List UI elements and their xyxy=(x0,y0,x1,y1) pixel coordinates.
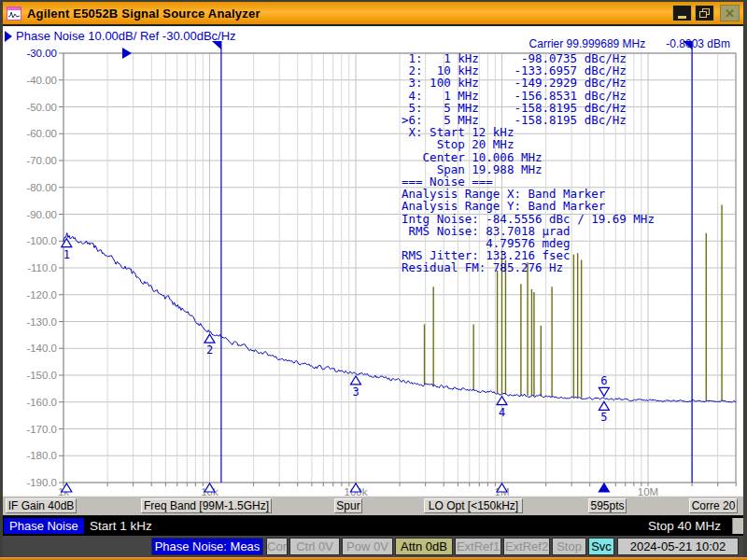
marker-readout: 1: 1 kHz -98.0735 dBc/Hz 2: 10 kHz -133.… xyxy=(402,52,655,274)
instrument-status-bar: Phase Noise: Meas Cor Ctrl 0V Pow 0V Att… xyxy=(0,536,747,557)
svg-text:-170.0: -170.0 xyxy=(26,424,57,435)
svg-text:-160.0: -160.0 xyxy=(26,397,57,408)
freq-band-field[interactable]: Freq Band [99M-1.5GHz] xyxy=(141,498,272,513)
service-indicator[interactable]: Svc xyxy=(588,538,614,555)
svg-text:-110.0: -110.0 xyxy=(27,262,57,273)
if-gain-field[interactable]: IF Gain 40dB xyxy=(6,498,77,513)
dc-power-indicator: Pow 0V xyxy=(342,538,393,555)
attenuator-indicator[interactable]: Attn 0dB xyxy=(395,538,453,555)
svg-text:-180.0: -180.0 xyxy=(26,450,57,461)
svg-text:4: 4 xyxy=(499,406,505,419)
carrier-frequency: Carrier 99.999689 MHz xyxy=(529,37,646,50)
title-bar[interactable]: Agilent E5052B Signal Source Analyzer ✕ xyxy=(0,2,747,26)
minimize-icon xyxy=(678,16,686,19)
svg-text:6: 6 xyxy=(600,374,607,387)
svg-text:1: 1 xyxy=(63,248,70,261)
svg-text:2: 2 xyxy=(206,343,213,357)
svg-text:3: 3 xyxy=(352,385,359,399)
correction-indicator: Cor xyxy=(266,538,288,555)
correlation-field[interactable]: Corre 20 xyxy=(689,498,738,513)
window-border-left xyxy=(0,0,3,560)
svg-text:-50.00: -50.00 xyxy=(26,102,57,113)
svg-text:-80.00: -80.00 xyxy=(26,182,57,193)
carrier-readout: Carrier 99.999689 MHz-0.8003 dBm xyxy=(529,37,730,50)
measurement-status-bar: IF Gain 40dB Freq Band [99M-1.5GHz] Spur… xyxy=(0,496,747,517)
window-border-right xyxy=(743,0,747,560)
ext-ref2-indicator: ExtRef2 xyxy=(503,538,550,555)
svg-text:-130.0: -130.0 xyxy=(26,316,57,328)
dc-control-indicator: Ctrl 0V xyxy=(289,538,340,555)
trace-scale-label[interactable]: Phase Noise 10.00dB/ Ref -30.00dBc/Hz xyxy=(5,29,236,43)
svg-text:-150.0: -150.0 xyxy=(26,370,57,381)
stop-frequency-label: Stop 40 MHz xyxy=(648,519,721,533)
resize-grip[interactable] xyxy=(732,518,743,534)
measurement-bar: Phase Noise Start 1 kHz Stop 40 MHz xyxy=(0,516,747,536)
svg-text:5: 5 xyxy=(600,411,607,424)
svg-text:-60.00: -60.00 xyxy=(26,128,57,139)
svg-text:-120.0: -120.0 xyxy=(26,289,57,301)
active-measurement-label[interactable]: Phase Noise xyxy=(4,518,84,534)
svg-text:-40.00: -40.00 xyxy=(26,75,57,86)
lo-opt-field[interactable]: LO Opt [<150kHz] xyxy=(424,498,523,513)
date-time-display: 2024-05-21 10:02 xyxy=(617,538,739,555)
svg-text:-190.0: -190.0 xyxy=(26,477,57,488)
svg-text:-90.00: -90.00 xyxy=(26,209,57,220)
svg-text:-100.0: -100.0 xyxy=(26,235,57,246)
carrier-power: -0.8003 dBm xyxy=(666,37,730,50)
start-frequency-label: Start 1 kHz xyxy=(90,519,152,533)
window-border-top xyxy=(0,0,747,2)
svg-text:-30.00: -30.00 xyxy=(26,48,57,59)
app-icon xyxy=(7,7,21,21)
svg-text:-140.0: -140.0 xyxy=(26,343,57,354)
measurement-state-button[interactable]: Phase Noise: Meas xyxy=(151,538,263,555)
points-field[interactable]: 595pts xyxy=(588,498,627,513)
close-button[interactable]: ✕ xyxy=(720,5,740,21)
close-icon: ✕ xyxy=(725,7,735,20)
trace-select-arrow-icon xyxy=(5,31,12,42)
scale-label-text: Phase Noise 10.00dB/ Ref -30.00dBc/Hz xyxy=(16,29,236,43)
minimize-button[interactable] xyxy=(672,5,692,21)
svg-text:-70.00: -70.00 xyxy=(26,155,57,166)
restore-button[interactable] xyxy=(695,5,714,21)
window-title: Agilent E5052B Signal Source Analyzer xyxy=(27,7,261,21)
restore-icon xyxy=(699,8,710,18)
sweep-stop-indicator: Stop xyxy=(552,538,586,555)
ext-ref1-indicator: ExtRef1 xyxy=(455,538,501,555)
window-controls: ✕ xyxy=(672,5,740,21)
app-window: Agilent E5052B Signal Source Analyzer ✕ … xyxy=(0,0,747,560)
spur-field[interactable]: Spur xyxy=(334,498,362,513)
